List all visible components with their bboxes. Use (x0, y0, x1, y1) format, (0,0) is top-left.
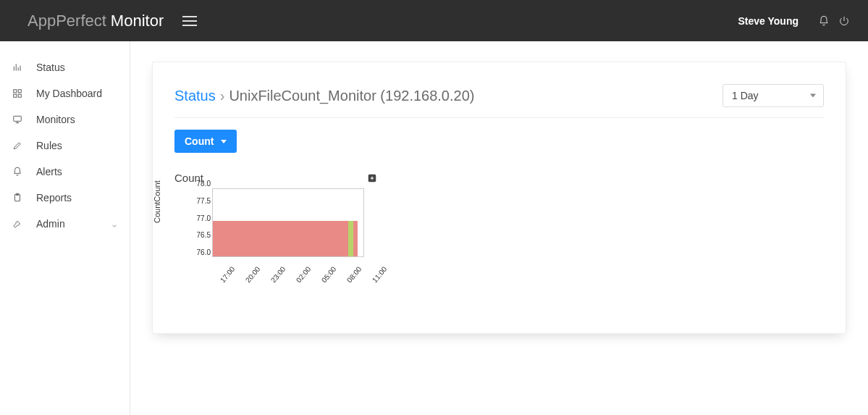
chart-x-tick: 20:00 (244, 265, 262, 284)
sidebar-item-label: Admin (36, 218, 98, 230)
sidebar-item-rules[interactable]: Rules (0, 133, 130, 159)
chart-x-tick: 05:00 (320, 265, 338, 284)
sidebar-item-alerts[interactable]: Alerts (0, 159, 130, 185)
grid-icon (12, 88, 23, 99)
sidebar-item-label: Monitors (36, 114, 118, 125)
bell-icon[interactable] (817, 14, 830, 28)
main-content: Status›UnixFileCount_Monitor (192.168.0.… (130, 41, 868, 415)
sidebar-item-label: Status (36, 62, 118, 73)
chart-y-axis-label: CountCount (153, 180, 161, 223)
sidebar-item-dashboard[interactable]: My Dashboard (0, 80, 130, 106)
chart-x-tick: 17:00 (219, 265, 237, 284)
sidebar-item-reports[interactable]: Reports (0, 185, 130, 211)
chart-panel: Count CountCount 76.076.577.077.578.0 17… (174, 172, 392, 290)
chart-x-tick: 08:00 (345, 265, 363, 284)
chevron-down-icon (111, 220, 118, 227)
svg-rect-4 (14, 116, 22, 121)
expand-icon[interactable] (367, 173, 377, 183)
svg-rect-3 (18, 94, 21, 97)
chart-band-red (213, 221, 348, 256)
count-tab-button[interactable]: Count (174, 130, 237, 153)
time-range-select[interactable]: 1 Day (722, 84, 824, 107)
chart-x-tick: 23:00 (269, 265, 287, 284)
chart-x-tick: 02:00 (295, 265, 313, 284)
bell-icon (12, 166, 23, 177)
monitor-icon (12, 114, 23, 125)
sidebar-item-status[interactable]: Status (0, 54, 130, 80)
svg-rect-2 (14, 94, 17, 97)
sidebar-item-label: Rules (36, 140, 118, 151)
sidebar-item-monitors[interactable]: Monitors (0, 106, 130, 133)
sidebar-item-label: My Dashboard (36, 88, 118, 99)
breadcrumb: Status›UnixFileCount_Monitor (192.168.0.… (174, 88, 474, 104)
brand-prefix: AppPerfect (28, 12, 106, 30)
chart-y-tick: 76.5 (187, 231, 211, 239)
bar-chart-icon (12, 62, 23, 73)
topbar: AppPerfect Monitor Steve Young (0, 0, 868, 41)
menu-toggle-icon[interactable] (182, 16, 197, 26)
chart-plot-area: CountCount 76.076.577.077.578.0 17:0020:… (174, 188, 377, 290)
content-card: Status›UnixFileCount_Monitor (192.168.0.… (152, 62, 846, 334)
count-tab-label: Count (185, 135, 214, 147)
power-icon[interactable] (838, 14, 851, 28)
chart-x-tick: 11:00 (371, 265, 389, 284)
pencil-icon (12, 140, 23, 151)
user-name[interactable]: Steve Young (738, 15, 799, 27)
breadcrumb-root[interactable]: Status (174, 88, 216, 104)
sidebar-item-admin[interactable]: Admin (0, 211, 130, 237)
time-range-value: 1 Day (732, 90, 759, 101)
chart-y-tick: 78.0 (187, 180, 211, 188)
sidebar-item-label: Alerts (36, 166, 118, 177)
wrench-icon (12, 218, 23, 230)
chart-band-green (348, 221, 354, 256)
brand: AppPerfect Monitor (28, 12, 164, 30)
sidebar-item-label: Reports (36, 192, 118, 204)
breadcrumb-current: UnixFileCount_Monitor (192.168.0.20) (229, 88, 474, 104)
clipboard-icon (12, 192, 23, 204)
card-header: Status›UnixFileCount_Monitor (192.168.0.… (174, 84, 824, 118)
brand-suffix: Monitor (111, 12, 164, 30)
breadcrumb-separator: › (220, 88, 225, 104)
chart-band-red (353, 221, 358, 256)
svg-rect-0 (14, 90, 17, 93)
chart-y-tick: 77.5 (187, 197, 211, 205)
chart-y-tick: 77.0 (187, 214, 211, 222)
svg-rect-1 (18, 90, 21, 93)
caret-down-icon (221, 140, 227, 143)
chart-y-tick: 76.0 (187, 248, 211, 256)
sidebar: Status My Dashboard Monitors Rules Alert… (0, 41, 130, 415)
